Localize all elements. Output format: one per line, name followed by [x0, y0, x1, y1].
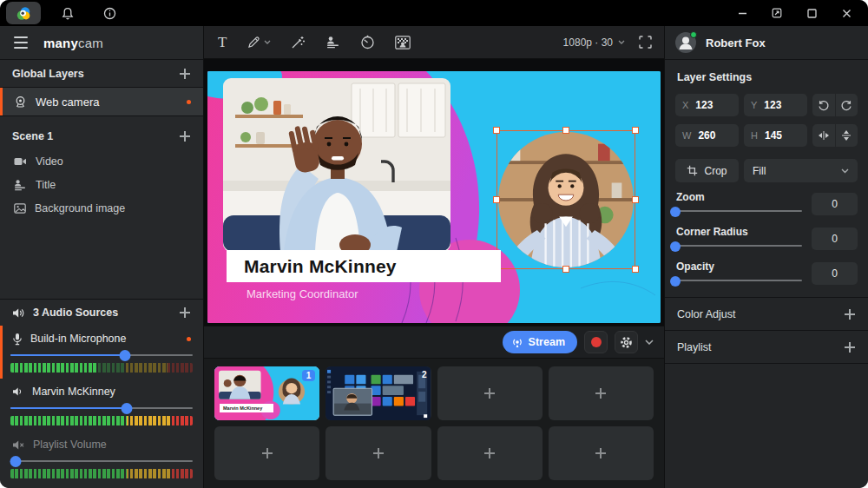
add-scene-slot[interactable]: [214, 426, 319, 480]
scene-thumbnail-2[interactable]: 2: [326, 366, 431, 420]
audio-source-built-in-mic: Build-in Microphone: [0, 326, 203, 379]
layer-selection-box[interactable]: [496, 130, 635, 269]
app-menu-button[interactable]: [6, 2, 41, 24]
popout-button[interactable]: [766, 3, 788, 23]
global-layers-header: Global Layers: [0, 60, 203, 87]
stream-settings-button[interactable]: [615, 331, 638, 353]
video-camera-icon: [14, 156, 27, 167]
audio-level-meter: [10, 363, 193, 373]
zoom-value[interactable]: 0: [812, 193, 858, 215]
effects-wand-button[interactable]: [291, 35, 306, 49]
record-button[interactable]: [584, 331, 608, 353]
add-scene-icon: [483, 447, 496, 459]
volume-slider[interactable]: [10, 402, 193, 414]
flip-vertical-button[interactable]: [835, 124, 858, 147]
lower-third-name-bar: Marvin McKinney: [227, 250, 501, 282]
add-scene-slot[interactable]: [549, 426, 654, 480]
scene-2-preview: [326, 366, 431, 420]
hamburger-menu-icon[interactable]: [14, 36, 28, 49]
volume-slider[interactable]: [10, 349, 193, 361]
height-field[interactable]: H145: [744, 124, 807, 147]
playlist-section[interactable]: Playlist: [665, 331, 868, 363]
man-waving-video: [223, 78, 450, 252]
settings-panel: Robert Fox Layer Settings X123 Y123: [664, 26, 868, 488]
add-scene-slot[interactable]: [326, 426, 431, 480]
lower-third-name: Marvin McKinney: [227, 256, 397, 277]
info-icon[interactable]: [95, 2, 124, 24]
image-icon: [14, 203, 26, 214]
resize-handle[interactable]: [632, 196, 639, 203]
notifications-bell-icon[interactable]: [53, 2, 82, 24]
resize-handle[interactable]: [632, 127, 639, 134]
account-row[interactable]: Robert Fox: [665, 26, 868, 59]
opacity-label: Opacity: [676, 260, 802, 273]
expand-color-adjust-icon[interactable]: [844, 308, 856, 320]
chevron-down-icon: [618, 40, 625, 44]
resize-handle[interactable]: [632, 266, 639, 273]
chroma-key-button[interactable]: [395, 36, 411, 49]
add-scene-layer-button[interactable]: [179, 130, 191, 142]
resolution-dropdown[interactable]: 1080p · 30: [563, 36, 625, 49]
live-preview[interactable]: Marvin McKinney Marketing Coordinator: [207, 71, 661, 323]
webcam-icon: [14, 96, 27, 109]
maximize-button[interactable]: [800, 3, 823, 23]
webcam-video-man[interactable]: [223, 78, 450, 252]
color-adjust-section[interactable]: Color Adjust: [665, 298, 868, 330]
width-field[interactable]: W260: [675, 124, 739, 147]
rotate-cw-button[interactable]: [835, 94, 858, 116]
add-audio-source-button[interactable]: [179, 307, 191, 319]
rotate-ccw-button[interactable]: [812, 94, 835, 116]
opacity-slider[interactable]: [675, 274, 802, 287]
active-source-dot: [187, 100, 191, 104]
countdown-timer-button[interactable]: [360, 35, 375, 49]
scene-header: Scene 1: [0, 122, 203, 149]
y-position-field[interactable]: Y123: [744, 94, 807, 116]
add-scene-slot[interactable]: [549, 366, 654, 420]
resize-handle[interactable]: [493, 196, 500, 203]
volume-slider[interactable]: [10, 455, 193, 467]
layer-background-image[interactable]: Background image: [0, 196, 203, 220]
chevron-down-icon[interactable]: [645, 340, 654, 345]
stream-button[interactable]: Stream: [503, 331, 577, 353]
scene-thumbnail-1[interactable]: Marvin McKinney 1: [214, 366, 319, 420]
add-scene-icon: [483, 387, 496, 399]
draw-tool-button[interactable]: [247, 36, 271, 49]
chevron-down-icon: [264, 40, 271, 44]
minimize-button[interactable]: [731, 3, 753, 23]
scene-number-badge: 2: [422, 370, 427, 379]
layer-title[interactable]: Title: [0, 173, 203, 196]
resize-handle[interactable]: [493, 127, 500, 134]
speaker-icon: [12, 386, 24, 397]
gear-icon: [620, 336, 633, 349]
titlebar: [0, 0, 868, 26]
add-scene-slot[interactable]: [437, 426, 542, 480]
online-status-dot: [690, 31, 697, 38]
resize-handle[interactable]: [562, 127, 569, 134]
speaker-icon: [12, 307, 25, 319]
corner-radius-slider[interactable]: [675, 240, 802, 252]
crop-button[interactable]: Crop: [675, 159, 739, 182]
microphone-icon: [12, 333, 23, 346]
expand-playlist-icon[interactable]: [844, 341, 856, 353]
add-global-layer-button[interactable]: [179, 68, 191, 80]
zoom-slider[interactable]: [675, 205, 802, 217]
layer-web-camera[interactable]: Web camera: [0, 88, 203, 115]
chevron-down-icon: [841, 168, 849, 174]
corner-radius-value[interactable]: 0: [812, 228, 858, 250]
fullscreen-button[interactable]: [639, 36, 652, 49]
muted-speaker-icon: [12, 439, 25, 451]
resize-handle[interactable]: [562, 266, 569, 273]
record-icon: [591, 337, 602, 347]
brand-logo: manycam: [43, 36, 103, 50]
add-scene-icon: [372, 447, 385, 459]
layer-video[interactable]: Video: [0, 149, 203, 173]
x-position-field[interactable]: X123: [675, 94, 739, 116]
close-button[interactable]: [835, 3, 858, 23]
opacity-value[interactable]: 0: [812, 262, 858, 285]
flip-horizontal-button[interactable]: [812, 124, 835, 147]
fill-mode-dropdown[interactable]: Fill: [744, 159, 858, 182]
manycam-logo-icon: [16, 6, 31, 21]
lower-thirds-button[interactable]: [326, 36, 340, 49]
text-tool-button[interactable]: T: [218, 35, 227, 49]
add-scene-slot[interactable]: [437, 366, 542, 420]
